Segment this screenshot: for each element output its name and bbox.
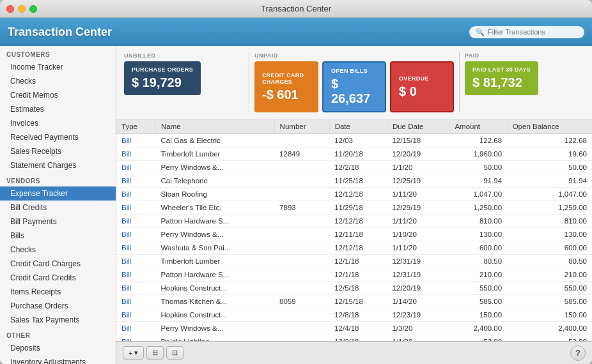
cell-due-date: 12/20/19	[387, 282, 449, 295]
filter-input[interactable]	[488, 28, 577, 36]
cell-date: 12/03	[329, 134, 387, 148]
col-open-balance[interactable]: Open Balance	[507, 119, 592, 134]
maximize-button[interactable]	[29, 5, 37, 13]
cell-balance: 550.00	[507, 282, 592, 295]
paid-last-30-amount: $ 81,732	[472, 75, 531, 90]
cell-name: Perry Windows &...	[156, 161, 275, 174]
table-row[interactable]: Bill Patton Hardware S... 12/12/18 1/11/…	[116, 215, 592, 228]
cell-balance: 122.68	[507, 134, 592, 148]
close-button[interactable]	[6, 5, 14, 13]
cell-balance: 150.00	[507, 308, 592, 322]
minimize-button[interactable]	[18, 5, 26, 13]
app-title: Transaction Center	[8, 26, 469, 39]
cell-date: 11/29/18	[329, 201, 387, 215]
col-amount[interactable]: Amount	[449, 119, 507, 134]
edit-button[interactable]: ⊟	[146, 346, 164, 360]
table-row[interactable]: Bill Hopkins Construct... 12/5/18 12/20/…	[116, 282, 592, 295]
search-icon: 🔍	[476, 28, 485, 36]
col-date[interactable]: Date	[329, 119, 387, 134]
sidebar-item-expense-tracker[interactable]: Expense Tracker	[0, 186, 116, 201]
col-type[interactable]: Type	[116, 119, 156, 134]
add-dropdown-icon: ▾	[134, 349, 138, 357]
sidebar-item-checks-vendors[interactable]: Checks	[0, 243, 116, 257]
cell-type: Bill	[116, 174, 156, 188]
cell-balance: 1,250.00	[507, 201, 592, 215]
cell-number	[274, 174, 329, 188]
cell-date: 12/2/18	[329, 335, 387, 342]
cell-amount: 600.00	[449, 241, 507, 255]
paid-last-30-card[interactable]: PAID LAST 30 DAYS $ 81,732	[465, 61, 538, 95]
cell-number	[274, 282, 329, 295]
sidebar-item-purchase-orders[interactable]: Purchase Orders	[0, 299, 116, 313]
cell-amount: 150.00	[449, 308, 507, 322]
cell-number: 12849	[274, 148, 329, 161]
sidebar-item-statement-charges[interactable]: Statement Charges	[0, 158, 116, 172]
table-row[interactable]: Bill Cal Telephone 11/25/18 12/25/19 91.…	[116, 174, 592, 188]
cell-amount: 91.94	[449, 174, 507, 188]
cell-number	[274, 255, 329, 268]
table-row[interactable]: Bill Perry Windows &... 12/2/18 1/1/20 5…	[116, 161, 592, 174]
cell-type: Bill	[116, 322, 156, 335]
add-button[interactable]: + ▾	[123, 346, 144, 360]
sidebar-item-sales-tax-payments[interactable]: Sales Tax Payments	[0, 313, 116, 327]
sidebar-item-inventory-adjustments[interactable]: Inventory Adjustments	[0, 355, 116, 364]
table-row[interactable]: Bill Sloan Roofing 12/12/18 1/11/20 1,04…	[116, 188, 592, 201]
table-row[interactable]: Bill Cal Gas & Electric 12/03 12/15/18 1…	[116, 134, 592, 148]
open-bills-card[interactable]: OPEN BILLS $ 26,637	[322, 61, 386, 112]
table-row[interactable]: Bill Washuta & Son Pai... 12/12/18 1/11/…	[116, 241, 592, 255]
cell-name: Patton Hardware S...	[156, 268, 275, 282]
cell-date: 12/8/18	[329, 308, 387, 322]
sidebar-item-bill-credits[interactable]: Bill Credits	[0, 201, 116, 215]
cell-amount: 1,960.00	[449, 148, 507, 161]
table-row[interactable]: Bill Daigle Lighting 12/2/18 1/1/20 52.0…	[116, 335, 592, 342]
cell-name: Thomas Kitchen &...	[156, 295, 275, 308]
cell-amount: 80.50	[449, 255, 507, 268]
table-row[interactable]: Bill Patton Hardware S... 12/1/18 12/31/…	[116, 268, 592, 282]
open-bills-title: OPEN BILLS	[331, 68, 377, 74]
cell-due-date: 12/20/19	[387, 148, 449, 161]
print-button[interactable]: ⊡	[166, 346, 183, 360]
cell-due-date: 1/1/20	[387, 161, 449, 174]
cell-due-date: 1/1/20	[387, 335, 449, 342]
cell-date: 11/25/18	[329, 174, 387, 188]
cell-balance: 80.50	[507, 255, 592, 268]
sidebar-item-items-receipts[interactable]: Items Receipts	[0, 285, 116, 299]
sidebar-item-sales-receipts[interactable]: Sales Receipts	[0, 144, 116, 158]
filter-box[interactable]: 🔍	[469, 26, 584, 38]
overdue-title: OVERDUE	[399, 75, 445, 82]
traffic-lights	[6, 5, 37, 13]
sidebar-item-bills[interactable]: Bills	[0, 229, 116, 243]
table-row[interactable]: Bill Perry Windows &... 12/4/18 1/3/20 2…	[116, 322, 592, 335]
col-due-date[interactable]: Due Date	[387, 119, 449, 134]
table-row[interactable]: Bill Timberloft Lumber 12/1/18 12/31/19 …	[116, 255, 592, 268]
table-row[interactable]: Bill Hopkins Construct... 12/8/18 12/23/…	[116, 308, 592, 322]
summary-bar: UNBILLED PURCHASE ORDERS $ 19,729 UNPAID…	[116, 46, 592, 119]
cell-number	[274, 215, 329, 228]
help-button[interactable]: ?	[570, 345, 586, 361]
col-number[interactable]: Number	[274, 119, 329, 134]
table-row[interactable]: Bill Timberloft Lumber 12849 11/20/18 12…	[116, 148, 592, 161]
table-row[interactable]: Bill Thomas Kitchen &... 8059 12/15/18 1…	[116, 295, 592, 308]
table-row[interactable]: Bill Perry Windows &... 12/11/18 1/10/20…	[116, 228, 592, 241]
sidebar-item-credit-card-credits[interactable]: Credit Card Credits	[0, 271, 116, 285]
table-row[interactable]: Bill Wheeler's Tile Etc. 7893 11/29/18 1…	[116, 201, 592, 215]
sidebar-item-checks-customers[interactable]: Checks	[0, 74, 116, 88]
cell-balance: 1,047.00	[507, 188, 592, 201]
sidebar-item-deposits[interactable]: Deposits	[0, 341, 116, 355]
overdue-card[interactable]: OVERDUE $ 0	[390, 61, 454, 112]
sidebar-item-estimates[interactable]: Estimates	[0, 102, 116, 116]
purchase-orders-title: PURCHASE ORDERS	[132, 66, 193, 73]
cell-date: 12/2/18	[329, 161, 387, 174]
sidebar-item-credit-memos[interactable]: Credit Memos	[0, 88, 116, 102]
sidebar-item-received-payments[interactable]: Received Payments	[0, 130, 116, 144]
sidebar-item-credit-card-charges[interactable]: Credit Card Charges	[0, 257, 116, 271]
cell-name: Cal Gas & Electric	[156, 134, 275, 148]
sidebar-item-invoices[interactable]: Invoices	[0, 116, 116, 130]
purchase-orders-card[interactable]: PURCHASE ORDERS $ 19,729	[124, 61, 201, 95]
credit-card-charges-card[interactable]: CREDIT CARD CHARGES -$ 601	[254, 61, 318, 112]
col-name[interactable]: Name	[156, 119, 275, 134]
cell-type: Bill	[116, 134, 156, 148]
cell-date: 12/15/18	[329, 295, 387, 308]
sidebar-item-bill-payments[interactable]: Bill Payments	[0, 215, 116, 229]
sidebar-item-income-tracker[interactable]: Income Tracker	[0, 60, 116, 74]
